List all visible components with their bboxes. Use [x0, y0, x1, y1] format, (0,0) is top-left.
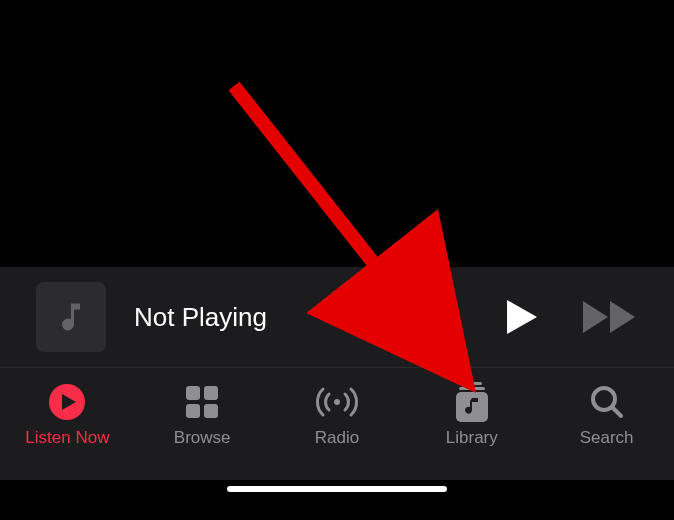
home-indicator[interactable] [227, 486, 447, 492]
svg-rect-11 [459, 387, 485, 390]
svg-line-14 [613, 408, 621, 416]
content-area [0, 0, 674, 267]
grid-icon [184, 384, 220, 420]
svg-marker-1 [583, 301, 608, 333]
search-icon [589, 384, 625, 420]
music-note-icon [53, 299, 89, 335]
now-playing-artwork [36, 282, 106, 352]
radio-waves-icon [315, 384, 359, 420]
play-button[interactable] [502, 300, 542, 334]
svg-rect-8 [204, 404, 218, 418]
tab-label-search: Search [580, 428, 634, 448]
tab-bar: Listen Now Browse [0, 368, 674, 480]
tab-listen-now[interactable]: Listen Now [0, 368, 135, 480]
play-circle-icon [48, 383, 86, 421]
tab-library[interactable]: Library [404, 368, 539, 480]
library-icon [454, 382, 490, 422]
tab-label-library: Library [446, 428, 498, 448]
fast-forward-icon [583, 301, 637, 333]
svg-marker-0 [507, 300, 537, 334]
tab-label-radio: Radio [315, 428, 359, 448]
tab-radio[interactable]: Radio [270, 368, 405, 480]
tab-label-listen-now: Listen Now [25, 428, 109, 448]
play-icon [507, 300, 537, 334]
tab-label-browse: Browse [174, 428, 231, 448]
now-playing-bar[interactable]: Not Playing [0, 267, 674, 368]
tab-browse[interactable]: Browse [135, 368, 270, 480]
svg-rect-7 [186, 404, 200, 418]
svg-rect-5 [186, 386, 200, 400]
svg-rect-6 [204, 386, 218, 400]
svg-marker-2 [610, 301, 635, 333]
svg-point-9 [334, 399, 340, 405]
svg-rect-10 [462, 382, 482, 385]
fast-forward-button[interactable] [582, 301, 638, 333]
now-playing-status: Not Playing [134, 302, 267, 333]
tab-search[interactable]: Search [539, 368, 674, 480]
